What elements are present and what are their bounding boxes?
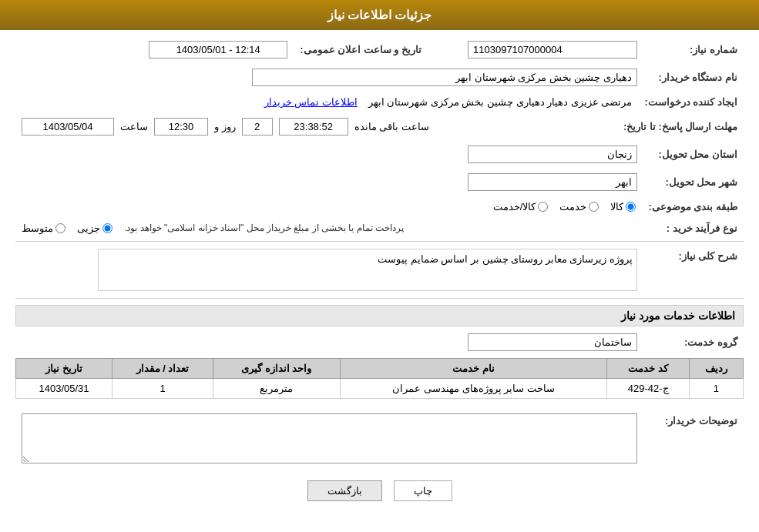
radio-motavaset[interactable]: متوسط bbox=[22, 223, 65, 234]
announcement-date-label: تاریخ و ساعت اعلان عمومی: bbox=[294, 38, 428, 62]
back-button[interactable]: بازگشت bbox=[307, 480, 382, 501]
response-date: 1403/05/04 bbox=[22, 118, 114, 136]
page-header: جزئیات اطلاعات نیاز bbox=[0, 0, 759, 30]
radio-khedmat[interactable]: خدمت bbox=[559, 201, 599, 212]
col-quantity: تعداد / مقدار bbox=[113, 359, 213, 379]
table-row: 1ج-42-429ساخت سایر پروژه‌های مهندسی عمرا… bbox=[16, 379, 744, 399]
radio-kala[interactable]: کالا bbox=[610, 201, 636, 212]
page-title: جزئیات اطلاعات نیاز bbox=[327, 8, 432, 22]
province-value: زنجان bbox=[468, 146, 637, 163]
creator-label: ایجاد کننده درخواست: bbox=[638, 93, 744, 111]
category-label: طبقه بندی موضوعی: bbox=[642, 198, 744, 216]
col-code: کد خدمت bbox=[607, 359, 689, 379]
buyer-description-label: توضیحات خریدار: bbox=[665, 415, 737, 427]
response-deadline-label: مهلت ارسال پاسخ: تا تاریخ: bbox=[617, 115, 744, 139]
need-description-text: پروژه زیرسازی معابر روستای چشین بر اساس … bbox=[98, 249, 637, 291]
buyer-org-value: دهیاری چشین بخش مرکزی شهرستان ابهر bbox=[252, 69, 637, 86]
col-row: ردیف bbox=[689, 359, 743, 379]
city-label: شهر محل تحویل: bbox=[643, 170, 744, 194]
response-days: 2 bbox=[242, 118, 273, 136]
need-number-value: 1103097107000004 bbox=[468, 41, 637, 59]
purchase-type-note: پرداخت تمام یا بخشی از مبلغ خریداز محل "… bbox=[124, 223, 404, 233]
col-date: تاریخ نیاز bbox=[16, 359, 113, 379]
radio-kala-khedmat[interactable]: کالا/خدمت bbox=[493, 201, 549, 212]
radio-jozi[interactable]: جزیی bbox=[77, 223, 113, 234]
col-name: نام خدمت bbox=[340, 359, 607, 379]
service-group-value: ساختمان bbox=[468, 333, 637, 351]
remaining-label: ساعت باقی مانده bbox=[354, 121, 429, 132]
response-remaining: 23:38:52 bbox=[279, 118, 348, 136]
time-label: ساعت bbox=[120, 121, 148, 132]
city-value: ابهر bbox=[468, 173, 637, 191]
need-number-label: شماره نیاز: bbox=[643, 38, 744, 62]
purchase-type-label: نوع فرآیند خرید : bbox=[643, 219, 744, 237]
buyer-org-label: نام دستگاه خریدار: bbox=[643, 65, 744, 89]
days-label: روز و bbox=[214, 121, 236, 132]
print-button[interactable]: چاپ bbox=[394, 480, 452, 501]
col-unit: واحد اندازه گیری bbox=[213, 359, 340, 379]
need-description-label: شرح کلی نیاز: bbox=[678, 250, 737, 262]
buyer-description-textarea[interactable] bbox=[22, 413, 637, 463]
service-group-label: گروه خدمت: bbox=[643, 330, 744, 354]
creator-value: مرتضی عزیزی دهیار دهیاری چشین بخش مرکزی … bbox=[368, 96, 633, 108]
response-time: 12:30 bbox=[154, 118, 208, 136]
services-section-title: اطلاعات خدمات مورد نیاز bbox=[15, 305, 744, 326]
announcement-date-value: 1403/05/01 - 12:14 bbox=[149, 41, 287, 59]
contact-link[interactable]: اطلاعات تماس خریدار bbox=[264, 96, 358, 108]
province-label: استان محل تحویل: bbox=[643, 142, 744, 166]
